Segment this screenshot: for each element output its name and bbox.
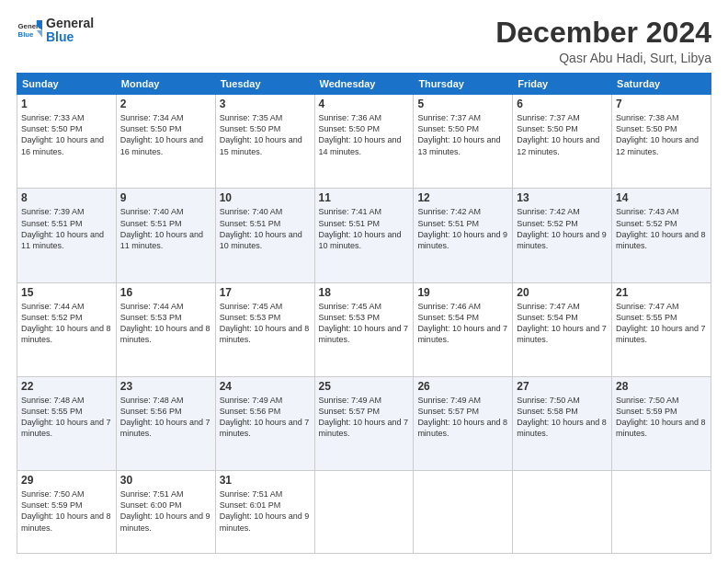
day-cell-18: 18Sunrise: 7:45 AMSunset: 5:53 PMDayligh… [314,282,414,376]
day-number: 20 [517,286,608,299]
day-cell-22: 22Sunrise: 7:48 AMSunset: 5:55 PMDayligh… [17,376,117,470]
day-cell-16: 16Sunrise: 7:44 AMSunset: 5:53 PMDayligh… [116,282,215,376]
day-number: 23 [120,380,211,393]
day-info: Sunrise: 7:41 AMSunset: 5:51 PMDaylight:… [319,206,410,251]
day-info: Sunrise: 7:37 AMSunset: 5:50 PMDaylight:… [417,112,508,157]
day-info: Sunrise: 7:47 AMSunset: 5:54 PMDaylight:… [517,301,608,346]
day-info: Sunrise: 7:45 AMSunset: 5:53 PMDaylight:… [220,301,311,346]
day-number: 9 [120,191,211,204]
col-header-thursday: Thursday [414,74,513,95]
day-cell-30: 30Sunrise: 7:51 AMSunset: 6:00 PMDayligh… [116,471,215,554]
day-info: Sunrise: 7:49 AMSunset: 5:57 PMDaylight:… [417,395,508,440]
day-cell-28: 28Sunrise: 7:50 AMSunset: 5:59 PMDayligh… [612,376,711,470]
logo: General Blue General Blue [17,17,94,45]
day-cell-17: 17Sunrise: 7:45 AMSunset: 5:53 PMDayligh… [215,282,314,376]
day-cell-26: 26Sunrise: 7:49 AMSunset: 5:57 PMDayligh… [414,376,513,470]
title-block: December 2024 Qasr Abu Hadi, Surt, Libya [495,17,711,65]
col-header-friday: Friday [513,74,612,95]
day-info: Sunrise: 7:50 AMSunset: 5:58 PMDaylight:… [517,395,608,440]
day-cell-12: 12Sunrise: 7:42 AMSunset: 5:51 PMDayligh… [414,189,513,282]
empty-cell [414,471,513,554]
day-cell-13: 13Sunrise: 7:42 AMSunset: 5:52 PMDayligh… [513,189,612,282]
day-number: 25 [319,380,410,393]
day-cell-25: 25Sunrise: 7:49 AMSunset: 5:57 PMDayligh… [314,376,414,470]
empty-cell [612,471,711,554]
day-cell-19: 19Sunrise: 7:46 AMSunset: 5:54 PMDayligh… [414,282,513,376]
day-cell-31: 31Sunrise: 7:51 AMSunset: 6:01 PMDayligh… [215,471,314,554]
day-info: Sunrise: 7:47 AMSunset: 5:55 PMDaylight:… [616,301,707,346]
header: General Blue General Blue December 2024 … [17,17,711,65]
day-number: 31 [220,474,311,487]
calendar-week-3: 15Sunrise: 7:44 AMSunset: 5:52 PMDayligh… [17,282,711,376]
day-cell-23: 23Sunrise: 7:48 AMSunset: 5:56 PMDayligh… [116,376,215,470]
day-cell-7: 7Sunrise: 7:38 AMSunset: 5:50 PMDaylight… [612,95,711,189]
calendar-week-5: 29Sunrise: 7:50 AMSunset: 5:59 PMDayligh… [17,471,711,554]
day-info: Sunrise: 7:42 AMSunset: 5:52 PMDaylight:… [517,206,608,251]
day-cell-11: 11Sunrise: 7:41 AMSunset: 5:51 PMDayligh… [314,189,414,282]
day-number: 16 [120,286,211,299]
day-cell-6: 6Sunrise: 7:37 AMSunset: 5:50 PMDaylight… [513,95,612,189]
day-info: Sunrise: 7:38 AMSunset: 5:50 PMDaylight:… [616,112,707,157]
day-info: Sunrise: 7:44 AMSunset: 5:52 PMDaylight:… [21,301,112,346]
day-number: 26 [417,380,508,393]
day-number: 1 [21,98,112,110]
day-cell-27: 27Sunrise: 7:50 AMSunset: 5:58 PMDayligh… [513,376,612,470]
day-number: 21 [616,286,707,299]
day-number: 13 [517,191,608,204]
day-cell-10: 10Sunrise: 7:40 AMSunset: 5:51 PMDayligh… [215,189,314,282]
calendar-header-row: SundayMondayTuesdayWednesdayThursdayFrid… [17,74,711,95]
day-number: 22 [21,380,112,393]
day-info: Sunrise: 7:50 AMSunset: 5:59 PMDaylight:… [616,395,707,440]
day-info: Sunrise: 7:42 AMSunset: 5:51 PMDaylight:… [417,206,508,251]
day-number: 28 [616,380,707,393]
day-number: 27 [517,380,608,393]
day-info: Sunrise: 7:35 AMSunset: 5:50 PMDaylight:… [220,112,311,157]
day-cell-8: 8Sunrise: 7:39 AMSunset: 5:51 PMDaylight… [17,189,117,282]
day-number: 5 [417,98,508,110]
day-info: Sunrise: 7:34 AMSunset: 5:50 PMDaylight:… [120,112,211,157]
day-number: 19 [417,286,508,299]
day-number: 4 [319,98,410,110]
day-cell-21: 21Sunrise: 7:47 AMSunset: 5:55 PMDayligh… [612,282,711,376]
svg-text:Blue: Blue [18,30,35,39]
day-number: 30 [120,474,211,487]
day-info: Sunrise: 7:36 AMSunset: 5:50 PMDaylight:… [319,112,410,157]
day-info: Sunrise: 7:43 AMSunset: 5:52 PMDaylight:… [616,206,707,251]
day-cell-9: 9Sunrise: 7:40 AMSunset: 5:51 PMDaylight… [116,189,215,282]
day-number: 6 [517,98,608,110]
col-header-wednesday: Wednesday [314,74,414,95]
page: General Blue General Blue December 2024 … [0,0,728,563]
calendar-week-4: 22Sunrise: 7:48 AMSunset: 5:55 PMDayligh… [17,376,711,470]
day-info: Sunrise: 7:44 AMSunset: 5:53 PMDaylight:… [120,301,211,346]
day-info: Sunrise: 7:45 AMSunset: 5:53 PMDaylight:… [319,301,410,346]
day-info: Sunrise: 7:33 AMSunset: 5:50 PMDaylight:… [21,112,112,157]
calendar-week-1: 1Sunrise: 7:33 AMSunset: 5:50 PMDaylight… [17,95,711,189]
day-info: Sunrise: 7:48 AMSunset: 5:56 PMDaylight:… [120,395,211,440]
day-info: Sunrise: 7:37 AMSunset: 5:50 PMDaylight:… [517,112,608,157]
day-info: Sunrise: 7:40 AMSunset: 5:51 PMDaylight:… [120,206,211,251]
day-cell-5: 5Sunrise: 7:37 AMSunset: 5:50 PMDaylight… [414,95,513,189]
calendar-table: SundayMondayTuesdayWednesdayThursdayFrid… [17,73,711,554]
day-info: Sunrise: 7:46 AMSunset: 5:54 PMDaylight:… [417,301,508,346]
day-info: Sunrise: 7:51 AMSunset: 6:00 PMDaylight:… [120,488,211,534]
day-cell-14: 14Sunrise: 7:43 AMSunset: 5:52 PMDayligh… [612,189,711,282]
col-header-sunday: Sunday [17,74,117,95]
day-cell-2: 2Sunrise: 7:34 AMSunset: 5:50 PMDaylight… [116,95,215,189]
day-cell-3: 3Sunrise: 7:35 AMSunset: 5:50 PMDaylight… [215,95,314,189]
day-info: Sunrise: 7:40 AMSunset: 5:51 PMDaylight:… [220,206,311,251]
day-info: Sunrise: 7:39 AMSunset: 5:51 PMDaylight:… [21,206,112,251]
day-info: Sunrise: 7:51 AMSunset: 6:01 PMDaylight:… [220,488,311,534]
day-cell-4: 4Sunrise: 7:36 AMSunset: 5:50 PMDaylight… [314,95,414,189]
day-cell-29: 29Sunrise: 7:50 AMSunset: 5:59 PMDayligh… [17,471,117,554]
day-number: 24 [220,380,311,393]
col-header-monday: Monday [116,74,215,95]
day-info: Sunrise: 7:49 AMSunset: 5:56 PMDaylight:… [220,395,311,440]
day-cell-24: 24Sunrise: 7:49 AMSunset: 5:56 PMDayligh… [215,376,314,470]
day-number: 15 [21,286,112,299]
day-number: 3 [220,98,311,110]
day-number: 14 [616,191,707,204]
day-cell-1: 1Sunrise: 7:33 AMSunset: 5:50 PMDaylight… [17,95,117,189]
day-number: 11 [319,191,410,204]
col-header-tuesday: Tuesday [215,74,314,95]
logo-icon: General Blue [17,17,42,43]
